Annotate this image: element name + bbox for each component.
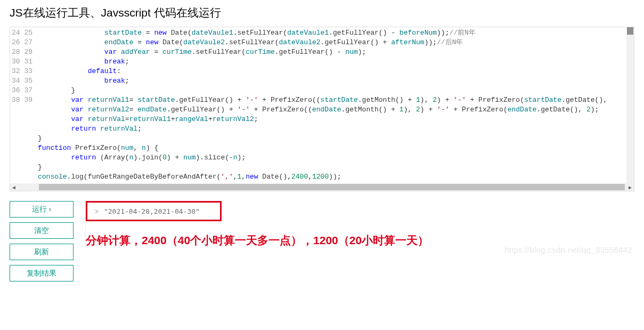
scroll-right-icon[interactable]: ►	[626, 183, 634, 191]
result-highlight-box: > "2021-04-28,2021-04-30"	[86, 201, 222, 221]
annotation-text: 分钟计算，2400（40个小时算一天多一点），1200（20小时算一天）	[86, 233, 634, 248]
clear-button[interactable]: 清空	[10, 222, 74, 239]
output-panel: > "2021-04-28,2021-04-30" 分钟计算，2400（40个小…	[85, 201, 634, 248]
scroll-left-icon[interactable]: ◄	[10, 183, 18, 191]
scrollbar-vertical-thumb[interactable]	[627, 27, 633, 35]
result-arrow-icon: >	[95, 208, 99, 215]
run-button[interactable]: 运行 ›	[10, 201, 74, 218]
copy-result-button[interactable]: 复制结果	[10, 265, 74, 281]
page-title: JS在线运行工具、Javsscript 代码在线运行	[10, 5, 634, 20]
scrollbar-horizontal[interactable]: ◄ ►	[10, 183, 634, 191]
code-editor[interactable]: 24 25 26 27 28 29 30 31 32 33 34 35 36 3…	[10, 27, 634, 191]
code-area[interactable]: startDate = new Date(dateVaule1.setFullY…	[38, 27, 634, 183]
result-text: "2021-04-28,2021-04-30"	[104, 207, 200, 215]
line-gutter: 24 25 26 27 28 29 30 31 32 33 34 35 36 3…	[10, 27, 38, 183]
scrollbar-horizontal-thumb[interactable]	[39, 184, 625, 190]
refresh-button[interactable]: 刷新	[10, 244, 74, 260]
button-column: 运行 › 清空 刷新 复制结果	[10, 201, 74, 281]
scrollbar-vertical[interactable]	[626, 27, 634, 183]
